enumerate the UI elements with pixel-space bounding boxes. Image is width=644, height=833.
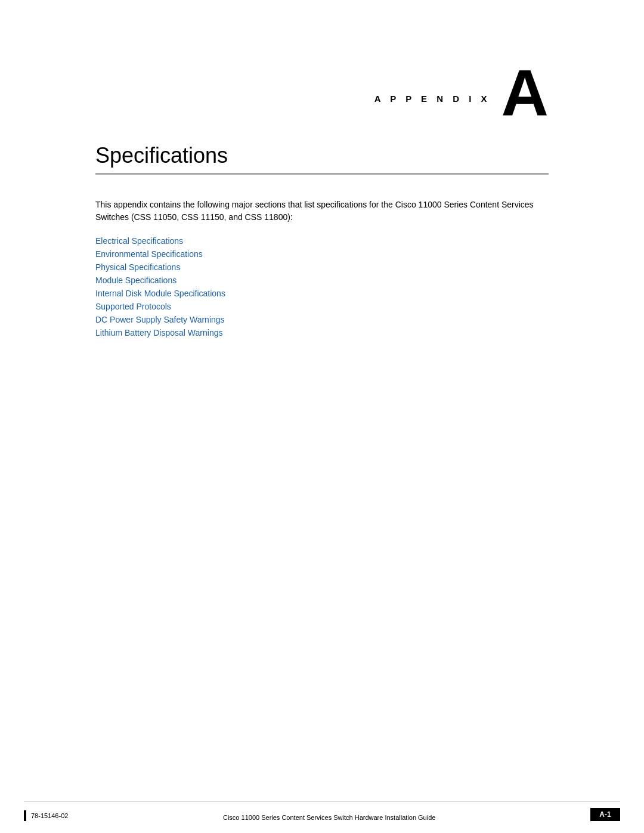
appendix-label: A P P E N D I X [374,94,491,104]
footer-title: Cisco 11000 Series Content Services Swit… [80,814,578,821]
list-item: Internal Disk Module Specifications [95,288,549,299]
toc-link-lithium[interactable]: Lithium Battery Disposal Warnings [95,328,222,337]
footer-left: 78-15146-02 [24,810,68,821]
footer-page-number: A-1 [590,808,620,821]
toc-link-physical[interactable]: Physical Specifications [95,262,180,272]
page: A P P E N D I X A Specifications This ap… [0,0,644,833]
footer-doc-number: 78-15146-02 [31,812,68,819]
toc-link-environmental[interactable]: Environmental Specifications [95,249,203,259]
page-title: Specifications [95,143,549,168]
footer-bar-icon [24,810,26,821]
toc-link-internal-disk[interactable]: Internal Disk Module Specifications [95,289,225,298]
list-item: DC Power Supply Safety Warnings [95,314,549,325]
footer: 78-15146-02 Cisco 11000 Series Content S… [24,801,620,821]
appendix-letter: A [501,60,549,125]
toc-link-module[interactable]: Module Specifications [95,275,177,285]
title-divider [95,173,549,175]
list-item: Lithium Battery Disposal Warnings [95,327,549,338]
list-item: Supported Protocols [95,301,549,312]
toc-link-protocols[interactable]: Supported Protocols [95,302,171,311]
list-item: Environmental Specifications [95,249,549,259]
list-item: Electrical Specifications [95,236,549,246]
toc-link-electrical[interactable]: Electrical Specifications [95,236,183,246]
toc-link-dc-power[interactable]: DC Power Supply Safety Warnings [95,315,225,324]
toc-list: Electrical Specifications Environmental … [95,236,549,338]
intro-paragraph: This appendix contains the following maj… [95,199,549,224]
main-content: A P P E N D I X A Specifications This ap… [0,0,644,801]
list-item: Physical Specifications [95,262,549,272]
list-item: Module Specifications [95,275,549,286]
appendix-header: A P P E N D I X A [95,72,549,125]
